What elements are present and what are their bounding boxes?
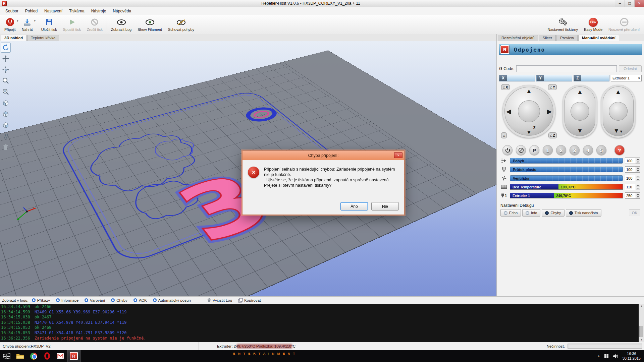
start-button[interactable] — [0, 350, 13, 362]
move-view-tool[interactable] — [1, 54, 11, 64]
spinner[interactable] — [636, 193, 640, 198]
tray-expand-icon[interactable]: ∧ — [597, 354, 600, 358]
close-button[interactable]: × — [634, 0, 644, 7]
load-dropdown-icon[interactable]: ▾ — [34, 19, 36, 22]
connect-button[interactable]: Připojit ▾ — [1, 15, 19, 34]
dialog-no-button[interactable]: Nie — [371, 202, 399, 210]
tab-preview[interactable]: Preview — [556, 35, 578, 41]
extrude-icon[interactable]: ▼▼ — [613, 128, 623, 134]
preset-5-button[interactable]: 5 — [596, 145, 606, 155]
jog-x-minus-icon[interactable]: ◀ — [506, 108, 511, 115]
filter-commands-toggle[interactable]: Příkazy — [29, 298, 53, 303]
jog-y-minus-icon[interactable]: ▼ — [527, 130, 532, 135]
xy-jog-pad[interactable]: ▲ ▼ ◀ ▶ Z ⌂X ⌂Y ⌂ ⌂Z — [502, 85, 555, 138]
home-z-button[interactable]: ⌂Z — [548, 132, 557, 138]
menu-nastroje[interactable]: Nástroje — [88, 8, 110, 14]
file-explorer-taskbar-icon[interactable] — [13, 350, 27, 362]
filter-info-toggle[interactable]: Informace — [53, 298, 81, 303]
filter-ack-toggle[interactable]: ACK — [131, 298, 150, 303]
flow-slider[interactable]: Průtok plastu — [510, 167, 623, 172]
speaker-icon[interactable] — [613, 354, 619, 359]
show-log-button[interactable]: Zobrazit Log — [108, 15, 135, 34]
help-button[interactable]: ? — [614, 145, 625, 155]
tab-slicer[interactable]: Slicer — [539, 35, 556, 41]
debug-echo-toggle[interactable]: Echo — [500, 209, 521, 217]
filter-autoscroll-toggle[interactable]: Automatický posun — [150, 298, 194, 303]
chrome-taskbar-icon[interactable] — [27, 350, 40, 362]
extruder-jog-knob[interactable] — [609, 102, 628, 121]
power-button[interactable] — [502, 145, 513, 155]
speed-slider[interactable]: Pohyb — [510, 158, 623, 164]
zoom-tool[interactable] — [1, 76, 11, 86]
repetier-taskbar-icon[interactable]: R — [67, 350, 80, 362]
taskbar-clock[interactable]: 16:36 30.11.2015 — [623, 351, 641, 361]
fan-value-input[interactable] — [625, 175, 636, 181]
filter-warnings-toggle[interactable]: Varování — [82, 298, 108, 303]
speed-value-input[interactable] — [625, 158, 636, 164]
tab-rozmisteni-objektu[interactable]: Rozmístění objektů — [498, 35, 538, 41]
jog-center-knob[interactable] — [518, 100, 540, 122]
z-axis-control[interactable]: Z — [574, 75, 609, 81]
maximize-button[interactable]: □ — [625, 0, 634, 7]
printer-settings-button[interactable]: Nastavení tiskárny — [545, 15, 581, 34]
preset-2-button[interactable]: 2 — [556, 145, 566, 155]
view-iso-tool[interactable] — [1, 109, 11, 119]
home-all-button[interactable]: ⌂ — [501, 132, 507, 138]
tab-manualni-ovladani[interactable]: Manuální ovládání — [578, 35, 619, 41]
tab-teplotni-krivka[interactable]: Teplotní křivka — [27, 35, 59, 41]
y-axis-bar[interactable] — [544, 75, 572, 81]
zoom-object-tool[interactable] — [1, 87, 11, 97]
menu-soubor[interactable]: Soubor — [2, 8, 22, 14]
y-axis-control[interactable]: Y — [536, 75, 572, 81]
debug-dryrun-toggle[interactable]: Tisk nanečisto — [566, 209, 601, 217]
show-filament-button[interactable]: Show Filament — [135, 15, 165, 34]
load-button[interactable]: Nahrát ▾ — [19, 15, 36, 34]
extruder-temp-bar[interactable]: Extruder 1 249,70°C — [510, 193, 623, 198]
spinner[interactable] — [636, 167, 640, 172]
home-x-button[interactable]: ⌂X — [501, 84, 510, 90]
minimize-button[interactable]: – — [615, 0, 625, 7]
connect-dropdown-icon[interactable]: ▾ — [17, 19, 18, 22]
jog-x-plus-icon[interactable]: ▶ — [547, 108, 552, 115]
z-down-icon[interactable]: ▼ — [577, 128, 583, 134]
gmail-taskbar-icon[interactable] — [54, 350, 67, 362]
menu-nastaveni[interactable]: Nastavení — [41, 8, 66, 14]
clear-log-button[interactable]: Vyčistit Log — [204, 298, 235, 303]
extruder-select[interactable]: Extruder 1 ▾ — [611, 75, 642, 81]
z-jog-control[interactable]: ▲ ▼ — [563, 85, 597, 138]
move-object-tool[interactable] — [1, 65, 11, 75]
view-front-tool[interactable] — [1, 98, 11, 108]
parallel-projection-tool[interactable] — [1, 131, 11, 141]
extruder-jog-control[interactable]: ▲ ▼▼ — [601, 85, 635, 138]
bed-temp-bar[interactable]: Bed Temperature 109,39°C — [510, 184, 623, 190]
copy-log-button[interactable]: Kopírovat — [235, 298, 263, 303]
dialog-title-bar[interactable]: Chyba připojení: × — [243, 151, 404, 160]
rotate-view-tool[interactable] — [1, 43, 11, 53]
hide-travel-button[interactable]: Schovat pohyby — [165, 15, 197, 34]
x-axis-control[interactable]: X — [499, 75, 535, 81]
menu-napoveda[interactable]: Nápověda — [109, 8, 135, 14]
spinner[interactable] — [636, 158, 640, 164]
dialog-close-button[interactable]: × — [394, 152, 402, 158]
debug-info-toggle[interactable]: Info — [522, 209, 540, 217]
dialog-yes-button[interactable]: Áno — [340, 202, 368, 210]
park-button[interactable]: P — [529, 145, 539, 155]
tab-3d-nahled[interactable]: 3D náhled — [1, 35, 26, 41]
gcode-input[interactable] — [516, 65, 617, 72]
delete-object-tool[interactable] — [1, 142, 11, 152]
extruder-temp-input[interactable] — [625, 193, 636, 198]
menu-tiskarna[interactable]: Tiskárna — [66, 8, 88, 14]
z-up-icon[interactable]: ▲ — [577, 89, 583, 95]
opera-taskbar-icon[interactable] — [40, 350, 54, 362]
atx-off-button[interactable] — [516, 145, 526, 155]
preset-4-button[interactable]: 4 — [583, 145, 593, 155]
spinner[interactable] — [636, 184, 640, 190]
z-jog-knob[interactable] — [571, 102, 589, 121]
filter-errors-toggle[interactable]: Chyby — [108, 298, 130, 303]
fan-slider[interactable]: Ventilátor — [510, 175, 623, 181]
menu-pohled[interactable]: Pohled — [22, 8, 41, 14]
retract-icon[interactable]: ▲ — [615, 89, 621, 95]
easy-mode-button[interactable]: EASY Easy Mode — [581, 15, 605, 34]
preset-3-button[interactable]: 3 — [570, 145, 580, 155]
view-side-tool[interactable] — [1, 120, 11, 130]
